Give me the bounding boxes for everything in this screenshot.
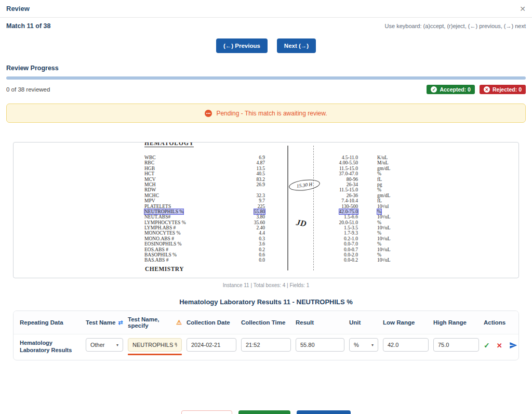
lab-value: 4.4 [228, 230, 265, 236]
lab-name: MCHC [144, 193, 228, 198]
check-circle-icon: ✓ [431, 86, 437, 93]
lab-report-row: MONO.ABS #0.30.2-1.010³/uL [144, 236, 420, 241]
progress-bar [6, 76, 526, 80]
lab-value: 3.80 [228, 214, 265, 219]
lab-report-row: MCHC32.326-36gm/dL [144, 193, 420, 198]
x-circle-icon: ✕ [484, 86, 490, 93]
lab-unit: 10³/uL [358, 236, 420, 241]
doc-section-title: HEMATOLOGY [144, 142, 194, 147]
pending-status-text: Pending - This match is awaiting review. [216, 110, 327, 117]
lab-name: MPV [144, 198, 228, 203]
accept-button[interactable]: ✓ Accept (A) [238, 410, 290, 414]
source-document-viewer[interactable]: HEMATOLOGY WBC6.94.5-11.0K/uLRBC4.874.00… [13, 142, 519, 278]
close-icon[interactable]: ✕ [520, 5, 526, 12]
col-test-name: Test Name ⇄ [86, 319, 123, 326]
next-button[interactable]: Next (→) [277, 38, 316, 53]
lab-name: HGB [144, 166, 228, 171]
lab-value: 3.6 [228, 241, 265, 247]
lab-name: HCT [144, 171, 228, 176]
row-accept-icon[interactable]: ✓ [484, 341, 490, 350]
low-range-input[interactable] [383, 338, 429, 352]
lab-report-row: PLATELETS225130-50010³/ul [144, 204, 420, 209]
lab-report-row: NEUTROPHILS %55.8042.0-75.0% [144, 209, 420, 214]
lab-unit: 10³/ul [358, 204, 420, 209]
lab-report-row: MCH26.926-34pg [144, 182, 420, 187]
lab-range: 4.5-11.0 [265, 155, 358, 160]
lab-name: RDW [144, 187, 228, 192]
lab-unit: % [358, 241, 420, 247]
lab-unit: pg [358, 182, 420, 187]
row-reject-icon[interactable]: ✕ [497, 342, 502, 350]
table-header-row: Repeating Data Test Name ⇄ Test Name, sp… [14, 311, 518, 334]
lab-value: 13.5 [228, 166, 265, 171]
lab-name: EOS.ABS # [144, 247, 228, 252]
collection-date-input[interactable] [187, 338, 236, 352]
unit-select[interactable]: % ▾ [349, 338, 378, 352]
result-input[interactable] [296, 338, 344, 352]
lab-range: 42.0-75.0 [265, 209, 358, 214]
lab-unit: % [358, 220, 420, 225]
lab-unit: gm/dL [358, 193, 420, 198]
rejected-badge: ✕ Rejected: 0 [480, 85, 526, 94]
lab-range: 26-36 [265, 193, 358, 198]
swap-icon[interactable]: ⇄ [118, 319, 123, 326]
lab-value: 40.5 [228, 171, 265, 176]
lab-name: MONOCYTES % [144, 230, 228, 236]
match-bar: Match 11 of 38 Use keyboard: (a)ccept, (… [0, 18, 532, 30]
lab-value: 4.87 [228, 160, 265, 165]
row-send-icon[interactable] [509, 341, 517, 350]
nav-buttons: (←) Previous Next (→) [0, 38, 532, 53]
lab-unit: 10³/uL [358, 225, 420, 230]
lab-unit: % [358, 187, 420, 192]
row-actions: ✓ ✕ [484, 338, 517, 350]
lab-value: 225 [228, 204, 265, 209]
lab-value [228, 187, 265, 192]
lab-range: 4.00-5.50 [265, 160, 358, 165]
pending-ellipsis-icon: ••• [205, 110, 212, 117]
lab-unit: 10³/uL [358, 214, 420, 219]
lab-value: 9.7 [228, 198, 265, 203]
test-name-specify-cell [128, 338, 182, 355]
chevron-down-icon: ▾ [371, 343, 374, 347]
field-highlight-underline [128, 354, 182, 355]
submit-button[interactable]: Submit (S) [297, 410, 351, 414]
test-name-specify-input[interactable] [128, 338, 182, 352]
pending-status-banner: ••• Pending - This match is awaiting rev… [6, 104, 526, 123]
col-high-range: High Range [433, 319, 479, 326]
lab-range: 20.0-51.0 [265, 220, 358, 225]
col-collection-date: Collection Date [187, 319, 236, 326]
lab-name: NEUTROPHILS % [144, 209, 228, 214]
high-range-input[interactable] [433, 338, 479, 352]
rejected-badge-label: Rejected: 0 [493, 86, 522, 93]
accepted-badge: ✓ Accepted: 0 [427, 85, 475, 94]
lab-name: RBC [144, 160, 228, 165]
lab-value: 0.3 [228, 236, 265, 241]
lab-value: 6.9 [228, 155, 265, 160]
col-unit: Unit [349, 319, 378, 326]
lab-name: MCV [144, 177, 228, 182]
col-repeating-data: Repeating Data [20, 319, 81, 326]
lab-name: BAS.ABS # [144, 257, 228, 263]
progress-title: Review Progress [6, 64, 526, 72]
lab-unit: gm/dL [358, 166, 420, 171]
lab-unit: fL [358, 198, 420, 203]
lab-name: BASOPHILS % [144, 252, 228, 257]
table-row: Hematology Laboratory Results Other ▾ % … [14, 334, 518, 360]
lab-value: 26.9 [228, 182, 265, 187]
lab-unit: % [358, 209, 420, 214]
lab-unit: % [358, 171, 420, 176]
lab-range: 0.0-0.2 [265, 257, 358, 263]
lab-range: 1.5-6.6 [265, 214, 358, 219]
lab-value: 0.2 [228, 247, 265, 252]
lab-value: 35.60 [228, 220, 265, 225]
previous-button[interactable]: (←) Previous [216, 38, 268, 53]
doc-next-section-title: CHEMISTRY [145, 266, 184, 272]
reject-button[interactable]: ✕ Reject (R) [181, 410, 232, 414]
lab-report-row: EOS.ABS #0.20.0-0.710³/uL [144, 247, 420, 252]
lab-unit: % [358, 252, 420, 257]
test-name-select[interactable]: Other ▾ [86, 338, 123, 352]
collection-time-input[interactable] [241, 338, 291, 352]
lab-report-row: MONOCYTES %4.41.7-9.3% [144, 230, 420, 236]
lab-name: NEUT.ABS# [144, 214, 228, 219]
handwritten-initials: JD [296, 218, 307, 229]
